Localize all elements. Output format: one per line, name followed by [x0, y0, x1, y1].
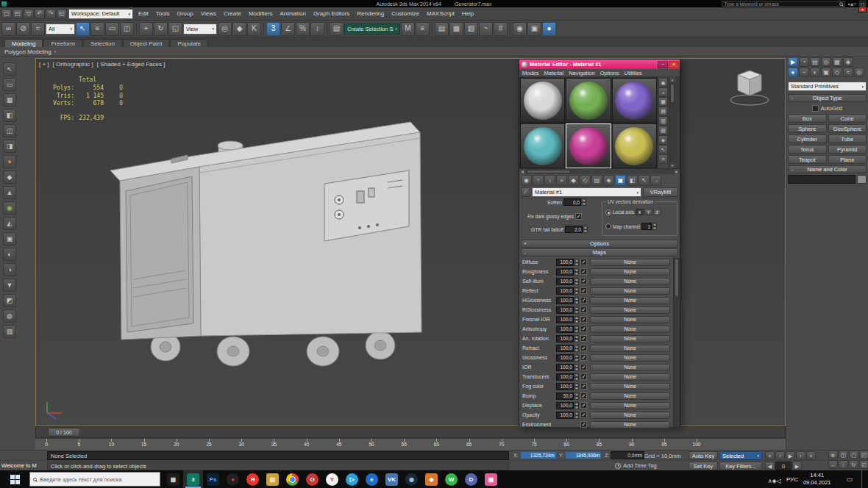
spinner-down-icon[interactable] — [574, 272, 579, 276]
make-preview-icon[interactable]: ▧ — [658, 126, 668, 135]
options-rollout[interactable]: + Options — [521, 240, 678, 248]
menu-tools[interactable]: Tools — [152, 10, 174, 17]
red-dot-app-icon[interactable]: ● — [223, 470, 243, 488]
map-channel-spinner[interactable]: 1 — [641, 223, 652, 230]
scroll-left-icon[interactable] — [519, 169, 525, 174]
orbit-icon[interactable]: ↻ — [849, 460, 858, 469]
scroll-right-icon[interactable] — [674, 169, 680, 174]
previous-frame-icon[interactable]: ‹ — [775, 451, 785, 460]
track-bar-ruler[interactable]: 0510152025303540455055606570758085909510… — [35, 438, 786, 450]
map-fresnel-ior-checkbox[interactable]: ✓ — [580, 316, 587, 323]
go-to-start-icon[interactable]: « — [765, 451, 775, 460]
project-folder-icon[interactable]: ◱ — [57, 9, 67, 19]
box-button[interactable]: Box — [788, 114, 827, 123]
menu-customize[interactable]: Customize — [388, 10, 423, 17]
left-tool-hatch-icon[interactable]: ▨ — [3, 325, 16, 338]
vk-icon[interactable]: VK — [382, 470, 402, 488]
tube-button[interactable]: Tube — [828, 134, 867, 143]
map-fog-color-button[interactable]: None — [590, 383, 670, 390]
telegram-icon[interactable]: ▷ — [342, 470, 362, 488]
file-explorer-icon[interactable]: ▤ — [263, 470, 282, 488]
tray-volume-icon[interactable]: ◁ — [777, 478, 781, 484]
spinner-down-icon[interactable] — [574, 329, 579, 333]
left-tool-down-icon[interactable]: ▼ — [3, 279, 16, 292]
map-ior-checkbox[interactable]: ✓ — [580, 364, 587, 370]
graphite-ribbon-icon[interactable]: ▧ — [464, 22, 478, 36]
map-hglossiness-checkbox[interactable]: ✓ — [580, 297, 587, 304]
left-tool-tri-icon[interactable]: ▲ — [3, 186, 16, 199]
make-material-copy-icon[interactable]: ◆ — [568, 175, 579, 186]
material-slot-2[interactable] — [566, 78, 611, 123]
gtr-tail-falloff-spinner[interactable]: 2,0 — [565, 226, 583, 233]
material-editor-menu-material[interactable]: Material — [544, 70, 564, 76]
sample-type-icon[interactable]: ◉ — [658, 78, 668, 87]
tab-object-paint[interactable]: Object Paint — [123, 39, 170, 47]
left-tool-slice-icon[interactable]: ◨ — [3, 140, 16, 153]
go-to-end-icon[interactable]: » — [806, 451, 816, 460]
material-editor-menu-navigation[interactable]: Navigation — [569, 70, 594, 76]
geosphere-button[interactable]: GeoSphere — [828, 124, 867, 133]
map-rglossiness-amount[interactable]: 100,0 — [556, 306, 574, 314]
language-indicator[interactable]: РУС — [786, 476, 798, 483]
get-material-icon[interactable]: ◉ — [521, 175, 532, 186]
geometry-category-icon[interactable]: ● — [788, 68, 798, 77]
plane-button[interactable]: Plane — [828, 155, 867, 164]
shapes-category-icon[interactable]: ~ — [799, 68, 809, 77]
space-warps-category-icon[interactable]: ≈ — [843, 68, 853, 77]
workspace-dropdown[interactable]: Workspace: Default ▾ — [68, 9, 133, 19]
edge-icon[interactable]: e — [362, 470, 382, 488]
spinner-down-icon[interactable] — [581, 202, 586, 206]
left-tool-corner-icon[interactable]: ◩ — [3, 294, 16, 307]
map-refract-checkbox[interactable]: ✓ — [580, 345, 587, 351]
play-animation-icon[interactable]: ▶ — [786, 451, 795, 460]
rollout-collapse-icon[interactable]: - — [789, 166, 796, 173]
task-view-icon[interactable]: ▦ — [163, 470, 183, 488]
map-displace-checkbox[interactable]: ✓ — [580, 402, 587, 409]
map-an-rotation-checkbox[interactable]: ✓ — [580, 335, 587, 342]
map-opacity-amount[interactable]: 100,0 — [556, 412, 574, 419]
whatsapp-icon[interactable]: W — [441, 470, 461, 488]
minimize-button[interactable]: − — [658, 61, 668, 68]
left-tool-panel-icon[interactable]: ◫ — [3, 124, 16, 137]
material-slot-3[interactable] — [612, 78, 657, 123]
spinner-down-icon[interactable] — [583, 229, 588, 233]
map-ior-button[interactable]: None — [590, 364, 670, 371]
sphere-button[interactable]: Sphere — [788, 124, 827, 133]
tab-modeling[interactable]: Modeling — [4, 39, 43, 47]
left-tool-box-icon[interactable]: ◧ — [3, 109, 16, 122]
redo-icon[interactable]: ↷ — [46, 9, 56, 19]
map-fresnel-ior-button[interactable]: None — [590, 316, 670, 323]
spinner-down-icon[interactable] — [574, 415, 579, 419]
map-rglossiness-button[interactable]: None — [590, 306, 670, 314]
hierarchy-tab-icon[interactable]: ▤ — [810, 57, 820, 67]
tab-selection[interactable]: Selection — [83, 39, 122, 47]
spinner-down-icon[interactable] — [574, 310, 579, 314]
pick-material-from-object-icon[interactable] — [521, 187, 530, 197]
map-an-rotation-button[interactable]: None — [590, 335, 670, 342]
spinner-down-icon[interactable] — [574, 377, 579, 381]
spinner-down-icon[interactable] — [574, 262, 579, 266]
scrollbar-thumb[interactable] — [527, 170, 571, 173]
map-translucent-checkbox[interactable]: ✓ — [580, 373, 587, 380]
steam-icon[interactable]: ◉ — [402, 470, 421, 488]
walk-through-icon[interactable]: ↕ — [839, 460, 848, 469]
new-scene-icon[interactable]: ▢ — [1, 9, 12, 19]
cylinder-button[interactable]: Cylinder — [788, 134, 827, 143]
keyboard-shortcut-override-icon[interactable]: K — [247, 22, 261, 36]
unlink-selection-icon[interactable]: ⊘ — [16, 22, 30, 36]
map-translucent-amount[interactable]: 100,0 — [556, 373, 574, 381]
select-and-manipulate-icon[interactable]: ◆ — [232, 22, 246, 36]
spinner-down-icon[interactable] — [574, 281, 579, 285]
zoom-extents-icon[interactable]: ▢ — [849, 451, 858, 459]
yandex-browser-icon[interactable]: Я — [243, 470, 263, 488]
map-ior-amount[interactable]: 100,0 — [556, 364, 574, 371]
spinner-down-icon[interactable] — [574, 291, 579, 295]
zoom-icon[interactable]: ⊕ — [828, 451, 838, 459]
menu-graph-editors[interactable]: Graph Editors — [310, 10, 353, 17]
select-and-scale-icon[interactable]: ◱ — [168, 22, 182, 36]
next-key-icon[interactable]: ▶ — [792, 462, 802, 470]
material-editor-window[interactable]: Material Editor - Material #1 −× ModesMa… — [519, 59, 680, 426]
menu-maxscript[interactable]: MAXScript — [423, 10, 458, 17]
sample-horizontal-scrollbar[interactable] — [519, 168, 680, 174]
x-coordinate-field[interactable]: 1325,724m — [520, 451, 557, 459]
